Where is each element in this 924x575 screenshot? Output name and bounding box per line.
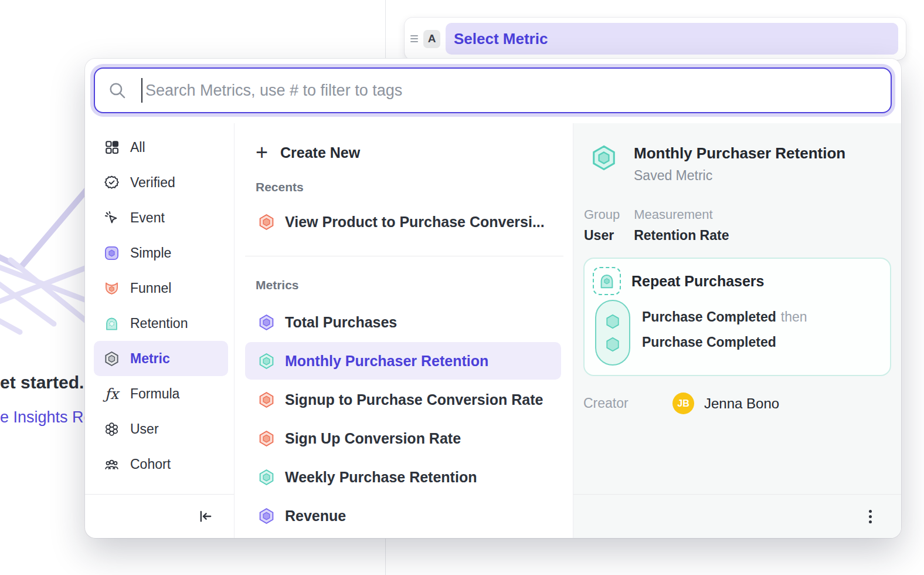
sidebar-item-label: Metric xyxy=(130,351,170,367)
group-label: Group xyxy=(584,207,620,222)
details-subtitle: Saved Metric xyxy=(634,168,845,184)
insights-report-link-fragment[interactable]: e Insights Re xyxy=(0,408,93,427)
sidebar-item-label: Formula xyxy=(130,386,179,402)
retention-definition-icon xyxy=(593,267,621,295)
metric-item-monthly-purchaser-retention[interactable]: Monthly Purchaser Retention xyxy=(245,342,561,380)
metric-item-label: Total Purchases xyxy=(285,314,397,331)
metric-picker-modal: All Verified xyxy=(85,59,901,538)
retention-metric-icon xyxy=(258,353,275,370)
details-footer xyxy=(573,494,901,538)
simple-metric-icon xyxy=(258,508,275,525)
metric-item-label: Monthly Purchaser Retention xyxy=(285,353,488,370)
recents-heading: Recents xyxy=(256,180,573,195)
measurement-meta: Measurement Retention Rate xyxy=(634,207,729,243)
metric-item-label: Signup to Purchase Conversion Rate xyxy=(285,391,543,408)
search-input[interactable] xyxy=(94,67,892,113)
select-metric-label: Select Metric xyxy=(454,30,548,48)
metric-item-weekly-purchase-retention[interactable]: Weekly Purchase Retention xyxy=(245,458,561,496)
simple-metric-icon xyxy=(104,245,120,261)
plus-icon: + xyxy=(256,143,268,162)
sidebar-item-label: Funnel xyxy=(130,280,171,296)
step-connector: then xyxy=(781,309,807,324)
step-sequence-capsule xyxy=(595,300,630,366)
series-label-badge[interactable]: A xyxy=(423,30,440,48)
sidebar-item-event[interactable]: Event xyxy=(94,200,228,235)
sidebar-item-label: Cohort xyxy=(130,456,171,472)
definition-steps: Purchase Completedthen Purchase Complete… xyxy=(595,300,881,366)
step-2-event: Purchase Completed xyxy=(642,334,776,350)
cohort-people-icon xyxy=(104,456,120,472)
more-options-button[interactable] xyxy=(865,506,875,527)
collapse-sidebar-button[interactable] xyxy=(198,508,214,525)
definition-step-1: Purchase Completedthen xyxy=(642,309,807,325)
category-sidebar: All Verified xyxy=(85,123,235,538)
metric-item-label: Weekly Purchase Retention xyxy=(285,469,477,486)
grid-icon xyxy=(104,140,120,155)
metric-list-column: + Create New Recents View Product to Pur… xyxy=(235,123,573,538)
simple-metric-icon xyxy=(258,314,275,331)
background-headline-fragment: et started. xyxy=(0,373,84,393)
creator-row: Creator JB Jenna Bono xyxy=(583,393,891,414)
definition-title: Repeat Purchasers xyxy=(631,273,765,290)
funnel-icon xyxy=(104,280,120,296)
drag-handle-icon[interactable] xyxy=(410,35,418,42)
metric-item-label: Sign Up Conversion Rate xyxy=(285,430,461,447)
retention-metric-icon xyxy=(258,469,275,486)
app-canvas: et started. e Insights Re A Select Metri… xyxy=(0,0,924,575)
sidebar-item-funnel[interactable]: Funnel xyxy=(94,270,228,306)
details-meta: Group User Measurement Retention Rate xyxy=(584,207,891,243)
metric-item-total-purchases[interactable]: Total Purchases xyxy=(245,303,561,341)
collapse-left-icon xyxy=(198,508,214,525)
select-metric-button[interactable]: Select Metric xyxy=(446,23,898,55)
create-new-button[interactable]: + Create New xyxy=(256,138,573,167)
metric-item-revenue[interactable]: Revenue xyxy=(245,497,561,535)
metrics-heading: Metrics xyxy=(256,278,573,293)
metric-item-label: Revenue xyxy=(285,508,346,525)
sidebar-item-label: Retention xyxy=(130,316,188,332)
sidebar-item-label: Verified xyxy=(130,175,175,191)
step-1-event: Purchase Completed xyxy=(642,309,776,324)
group-value: User xyxy=(584,228,620,243)
section-divider xyxy=(245,256,563,256)
sidebar-item-user[interactable]: User xyxy=(94,411,228,447)
sidebar-item-all[interactable]: All xyxy=(94,130,228,165)
sidebar-item-metric[interactable]: Metric xyxy=(94,341,228,376)
retention-icon xyxy=(104,316,120,332)
sidebar-item-cohort[interactable]: Cohort xyxy=(94,447,228,482)
definition-header: Repeat Purchasers xyxy=(593,267,881,295)
measurement-value: Retention Rate xyxy=(634,228,729,243)
text-caret xyxy=(141,78,142,103)
definition-step-2: Purchase Completed xyxy=(642,334,807,350)
sidebar-item-formula[interactable]: ƒx Formula xyxy=(94,376,228,411)
metric-query-row: A Select Metric xyxy=(405,18,906,60)
metric-definition-card: Repeat Purchasers xyxy=(583,258,891,376)
creator-label: Creator xyxy=(583,395,672,411)
recent-metric-label: View Product to Purchase Conversi... xyxy=(285,214,545,231)
sidebar-item-verified[interactable]: Verified xyxy=(94,165,228,200)
retention-metric-icon-large xyxy=(590,144,617,184)
measurement-label: Measurement xyxy=(634,207,729,222)
event-cursor-icon xyxy=(104,210,120,226)
step-hexagon-icon xyxy=(604,336,621,353)
sidebar-item-label: Event xyxy=(130,210,165,226)
sidebar-item-label: User xyxy=(130,421,159,437)
search-icon xyxy=(107,80,127,100)
create-new-label: Create New xyxy=(280,144,360,161)
step-hexagon-icon xyxy=(604,313,621,330)
sidebar-item-label: Simple xyxy=(130,245,171,261)
sidebar-item-simple[interactable]: Simple xyxy=(94,235,228,270)
metric-item-signup-to-purchase-conversion-rate[interactable]: Signup to Purchase Conversion Rate xyxy=(245,381,561,418)
sidebar-footer xyxy=(85,494,234,538)
sidebar-item-retention[interactable]: Retention xyxy=(94,306,228,341)
group-meta: Group User xyxy=(584,207,620,243)
user-cluster-icon xyxy=(104,421,120,437)
sidebar-item-label: All xyxy=(130,140,145,155)
creator-avatar: JB xyxy=(672,393,694,414)
metric-details-panel: Monthly Purchaser Retention Saved Metric… xyxy=(573,123,901,538)
metrics-list: Total Purchases Monthly Purchaser Retent… xyxy=(235,303,573,535)
recent-metric-item[interactable]: View Product to Purchase Conversi... xyxy=(245,204,561,239)
formula-fx-icon: ƒx xyxy=(104,386,120,402)
metric-item-sign-up-conversion-rate[interactable]: Sign Up Conversion Rate xyxy=(245,420,561,457)
verified-badge-icon xyxy=(104,175,120,191)
details-header: Monthly Purchaser Retention Saved Metric xyxy=(583,144,891,184)
